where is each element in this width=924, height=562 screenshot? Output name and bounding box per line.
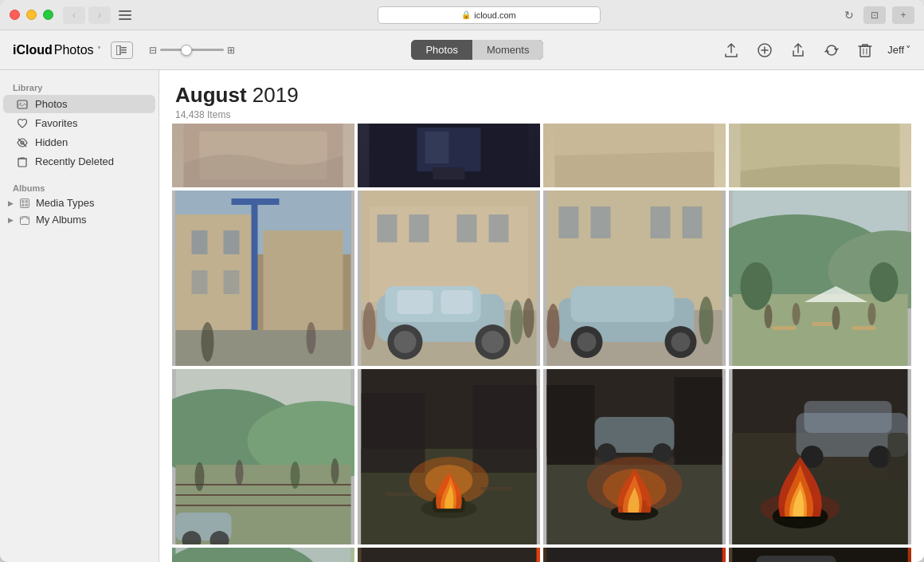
- photo-item[interactable]: [358, 548, 540, 562]
- app-toolbar: iCloud Photos ˅ ⊟ ⊞ Photos Moments: [0, 30, 924, 70]
- media-types-label: Media Types: [36, 197, 94, 209]
- trash-icon: [858, 42, 872, 58]
- moments-view-button[interactable]: Moments: [472, 40, 543, 60]
- photo-item[interactable]: [543, 191, 726, 366]
- photo-row-bottom: [159, 548, 924, 562]
- url-text: icloud.com: [474, 10, 516, 20]
- new-tab-button[interactable]: +: [892, 6, 914, 24]
- sidebar-item-hidden[interactable]: Hidden: [3, 133, 155, 151]
- close-button[interactable]: [10, 10, 20, 20]
- svg-point-46: [202, 322, 214, 362]
- delete-button[interactable]: [854, 39, 876, 61]
- svg-rect-3: [116, 45, 120, 55]
- photo-item[interactable]: [172, 191, 354, 366]
- my-albums-label: My Albums: [36, 214, 87, 226]
- svg-point-87: [741, 262, 773, 310]
- photo-item[interactable]: [358, 124, 540, 187]
- user-menu-button[interactable]: Jeff ˅: [887, 44, 911, 56]
- zoom-out-icon: ⊟: [149, 45, 157, 56]
- back-button[interactable]: ‹: [63, 6, 85, 24]
- photo-item[interactable]: [729, 124, 911, 187]
- photo-item[interactable]: [172, 548, 354, 562]
- address-bar: 🔒 icloud.com: [184, 6, 793, 24]
- maximize-button[interactable]: [43, 10, 53, 20]
- svg-point-107: [331, 458, 339, 484]
- svg-point-105: [236, 460, 244, 485]
- photo-item[interactable]: [729, 369, 911, 544]
- svg-rect-51: [378, 214, 397, 242]
- photo-row-top: [159, 124, 924, 187]
- url-display[interactable]: 🔒 icloud.com: [378, 6, 601, 24]
- photo-item[interactable]: [172, 369, 354, 544]
- svg-rect-30: [425, 132, 449, 163]
- photo-item[interactable]: [729, 191, 911, 366]
- sidebar-item-favorites-label: Favorites: [35, 117, 77, 129]
- svg-rect-39: [224, 230, 240, 254]
- new-tab-icon: +: [900, 10, 906, 21]
- refresh-icon: ↻: [844, 9, 854, 22]
- svg-rect-90: [812, 322, 832, 326]
- zoom-slider[interactable]: [160, 49, 224, 51]
- svg-rect-41: [224, 270, 240, 294]
- svg-point-106: [291, 462, 300, 489]
- photo-item-count: 14,438 Items: [175, 109, 908, 120]
- sidebar-item-recently-deleted[interactable]: Recently Deleted: [3, 152, 155, 171]
- svg-point-93: [793, 303, 801, 325]
- svg-rect-25: [21, 217, 29, 225]
- photo-item[interactable]: [729, 548, 911, 562]
- svg-point-94: [832, 306, 840, 330]
- svg-rect-89: [773, 326, 797, 330]
- share-action-button[interactable]: [787, 39, 809, 61]
- sidebar-toggle-icon: [119, 10, 131, 20]
- svg-rect-0: [119, 10, 131, 12]
- sidebar: Library Photos Favorites Hidden: [0, 70, 159, 562]
- add-button[interactable]: [754, 39, 776, 61]
- forward-button[interactable]: ›: [88, 6, 111, 24]
- svg-point-66: [523, 298, 534, 338]
- sidebar-item-favorites[interactable]: Favorites: [3, 114, 155, 132]
- svg-rect-23: [22, 203, 25, 206]
- sync-button[interactable]: [820, 39, 843, 61]
- upload-icon: [723, 42, 739, 58]
- svg-point-128: [653, 443, 672, 462]
- minimize-button[interactable]: [26, 10, 37, 20]
- app-title[interactable]: iCloud Photos ˅: [13, 43, 101, 57]
- svg-rect-38: [192, 230, 208, 254]
- svg-rect-70: [591, 206, 611, 238]
- photos-view-button[interactable]: Photos: [411, 40, 472, 60]
- sidebar-icon: [116, 45, 127, 55]
- svg-rect-121: [481, 487, 513, 490]
- svg-rect-54: [489, 214, 509, 242]
- svg-rect-53: [457, 214, 477, 242]
- sidebar-toggle-toolbar-button[interactable]: [111, 41, 133, 59]
- svg-rect-4: [121, 47, 127, 49]
- my-albums-arrow: ▶: [8, 216, 14, 224]
- photo-item[interactable]: [358, 191, 540, 366]
- svg-point-79: [671, 332, 691, 352]
- svg-rect-124: [547, 385, 595, 465]
- photo-item[interactable]: [543, 124, 726, 187]
- zoom-control: ⊟ ⊞: [149, 45, 235, 56]
- svg-point-63: [482, 331, 504, 353]
- sidebar-item-photos[interactable]: Photos: [3, 95, 155, 113]
- svg-point-15: [20, 102, 22, 104]
- zoom-in-icon: ⊞: [227, 45, 235, 56]
- svg-rect-115: [473, 385, 537, 473]
- svg-rect-5: [121, 49, 127, 51]
- my-albums-group[interactable]: ▶ My Albums: [0, 211, 159, 228]
- photo-item[interactable]: [543, 548, 726, 562]
- sidebar-toggle-button[interactable]: [114, 6, 136, 24]
- share-button[interactable]: ⊡: [863, 6, 886, 24]
- photo-header: August 2019 14,438 Items: [159, 70, 924, 124]
- photo-item[interactable]: [172, 124, 354, 187]
- refresh-button[interactable]: ↻: [841, 7, 857, 23]
- photo-item[interactable]: [358, 369, 540, 544]
- lock-icon: 🔒: [461, 10, 471, 19]
- photo-area[interactable]: August 2019 14,438 Items: [159, 70, 924, 562]
- photo-item[interactable]: [543, 369, 726, 544]
- user-name: Jeff: [887, 44, 904, 56]
- svg-point-139: [869, 446, 891, 468]
- media-types-group[interactable]: ▶ Media Types: [0, 195, 159, 211]
- upload-button[interactable]: [720, 39, 742, 61]
- svg-rect-22: [25, 200, 29, 203]
